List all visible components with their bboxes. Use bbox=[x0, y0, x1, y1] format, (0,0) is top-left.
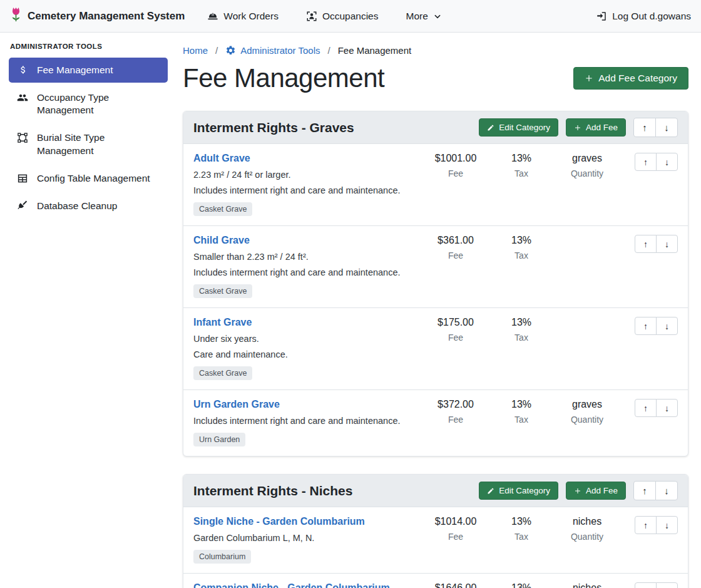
fee-tax-col: 13% Tax bbox=[490, 153, 553, 178]
fee-amount-col: $372.00 Fee bbox=[421, 399, 490, 425]
fee-quantity-col: niches Quantity bbox=[553, 516, 622, 542]
move-fee-up-button[interactable]: ↑ bbox=[635, 582, 657, 588]
fee-row: Adult Grave 2.23 m² / 24 ft² or larger.I… bbox=[183, 144, 688, 226]
fee-name-link[interactable]: Urn Garden Grave bbox=[193, 399, 280, 410]
fee-amount-col: $1001.00 Fee bbox=[421, 153, 490, 178]
category-reorder-group: ↑ ↓ bbox=[633, 481, 678, 500]
plus-icon bbox=[585, 74, 593, 83]
fee-tax-col: 13% Tax bbox=[490, 582, 553, 588]
move-fee-down-button[interactable]: ↓ bbox=[656, 399, 678, 417]
fee-amount-label: Fee bbox=[421, 532, 490, 542]
plus-icon bbox=[574, 487, 581, 495]
fee-tax: 13% bbox=[490, 235, 553, 246]
fee-quantity: graves bbox=[553, 153, 622, 164]
breadcrumb: Home / Administrator Tools / Fee Managem… bbox=[183, 45, 688, 56]
arrow-up-icon: ↑ bbox=[643, 403, 648, 413]
fee-name-link[interactable]: Companion Niche - Garden Columbarium bbox=[193, 582, 390, 588]
move-fee-down-button[interactable]: ↓ bbox=[656, 235, 678, 253]
add-fee-category-button[interactable]: Add Fee Category bbox=[573, 67, 688, 90]
fee-amount-col: $175.00 Fee bbox=[421, 317, 490, 343]
fee-tag: Urn Garden bbox=[193, 433, 245, 446]
fee-row: Companion Niche - Garden Columbarium Gar… bbox=[183, 574, 688, 588]
nav-occupancies[interactable]: Occupancies bbox=[306, 11, 379, 22]
sidebar-item-fee-management[interactable]: Fee Management bbox=[9, 58, 168, 83]
fee-name-link[interactable]: Child Grave bbox=[193, 235, 250, 246]
app-brand[interactable]: Cemetery Management System bbox=[10, 6, 185, 26]
move-fee-up-button[interactable]: ↑ bbox=[635, 235, 657, 253]
nav-more[interactable]: More bbox=[406, 11, 442, 22]
edit-category-button[interactable]: Edit Category bbox=[479, 118, 558, 137]
fee-name-link[interactable]: Adult Grave bbox=[193, 153, 250, 164]
breadcrumb-home-link[interactable]: Home bbox=[183, 45, 208, 56]
breadcrumb-admin-tools-link[interactable]: Administrator Tools bbox=[225, 45, 320, 56]
fee-quantity: niches bbox=[553, 516, 622, 527]
move-fee-down-button[interactable]: ↓ bbox=[656, 516, 678, 534]
sidebar-item-config-table-management[interactable]: Config Table Management bbox=[9, 166, 168, 191]
edit-category-button[interactable]: Edit Category bbox=[479, 482, 558, 500]
arrow-up-icon: ↑ bbox=[643, 157, 648, 167]
fee-descriptions: Under six years.Care and maintenance. bbox=[193, 334, 421, 359]
fee-amount: $1001.00 bbox=[421, 153, 490, 164]
sidebar-item-occupancy-type-management[interactable]: Occupancy Type Management bbox=[9, 85, 168, 123]
fee-amount: $175.00 bbox=[421, 317, 490, 328]
plus-icon bbox=[574, 124, 581, 132]
fee-tax-label: Tax bbox=[490, 415, 553, 425]
admin-sidebar: ADMINISTRATOR TOOLS Fee ManagementOccupa… bbox=[0, 33, 175, 234]
arrow-up-icon: ↑ bbox=[643, 239, 648, 249]
fee-quantity: niches bbox=[553, 582, 622, 588]
fee-info: Companion Niche - Garden Columbarium Gar… bbox=[193, 582, 421, 588]
hard-hat-icon bbox=[207, 11, 218, 22]
add-fee-button[interactable]: Add Fee bbox=[566, 118, 626, 137]
fee-description: Includes interment right and care and ma… bbox=[193, 185, 421, 195]
fee-amount: $372.00 bbox=[421, 399, 490, 410]
add-fee-button[interactable]: Add Fee bbox=[566, 482, 626, 500]
gear-icon bbox=[225, 45, 236, 56]
page-title: Fee Management bbox=[183, 63, 384, 93]
fee-tax: 13% bbox=[490, 399, 553, 410]
fee-reorder-group: ↑ ↓ bbox=[635, 153, 678, 171]
move-category-up-button[interactable]: ↑ bbox=[633, 118, 656, 137]
fee-row: Infant Grave Under six years.Care and ma… bbox=[183, 308, 688, 390]
fee-reorder-group: ↑ ↓ bbox=[635, 235, 678, 253]
logout-link[interactable]: Log Out d.gowans bbox=[596, 11, 691, 22]
category-reorder-group: ↑ ↓ bbox=[633, 118, 678, 137]
fee-name-link[interactable]: Infant Grave bbox=[193, 317, 252, 328]
sidebar-item-burial-site-type-management[interactable]: Burial Site Type Management bbox=[9, 125, 168, 163]
move-fee-up-button[interactable]: ↑ bbox=[635, 399, 657, 417]
move-fee-up-button[interactable]: ↑ bbox=[635, 317, 657, 335]
fee-description: Includes interment right and care and ma… bbox=[193, 267, 421, 277]
fee-amount: $361.00 bbox=[421, 235, 490, 246]
main-nav: Work Orders Occupancies More bbox=[207, 11, 442, 22]
fee-amount-col: $361.00 Fee bbox=[421, 235, 490, 260]
fee-amount-col: $1646.00 Fee bbox=[421, 582, 490, 588]
fee-description: 2.23 m² / 24 ft² or larger. bbox=[193, 170, 421, 180]
fee-amount-col: $1014.00 Fee bbox=[421, 516, 490, 542]
sidebar-item-label: Database Cleanup bbox=[37, 200, 117, 212]
table-icon bbox=[16, 173, 29, 184]
breadcrumb-separator: / bbox=[215, 45, 218, 56]
move-fee-down-button[interactable]: ↓ bbox=[656, 317, 678, 335]
fee-tag: Casket Grave bbox=[193, 366, 252, 380]
move-fee-down-button[interactable]: ↓ bbox=[656, 582, 678, 588]
sidebar-item-database-cleanup[interactable]: Database Cleanup bbox=[9, 193, 168, 219]
fee-info: Infant Grave Under six years.Care and ma… bbox=[193, 317, 421, 380]
fee-tax: 13% bbox=[490, 516, 553, 527]
fee-quantity-col: graves Quantity bbox=[553, 153, 622, 178]
nav-occupancies-label: Occupancies bbox=[322, 11, 379, 22]
fee-name-link[interactable]: Single Niche - Garden Columbarium bbox=[193, 516, 365, 527]
arrow-up-icon: ↑ bbox=[643, 520, 648, 530]
pencil-icon bbox=[487, 487, 494, 495]
sidebar-items: Fee ManagementOccupancy Type ManagementB… bbox=[9, 58, 168, 219]
move-category-up-button[interactable]: ↑ bbox=[633, 481, 656, 500]
move-category-down-button[interactable]: ↓ bbox=[655, 481, 678, 500]
move-fee-up-button[interactable]: ↑ bbox=[635, 153, 657, 171]
plot-frame-icon bbox=[16, 132, 29, 143]
move-category-down-button[interactable]: ↓ bbox=[655, 118, 678, 137]
breadcrumb-current: Fee Management bbox=[338, 45, 412, 56]
person-frame-icon bbox=[306, 11, 317, 22]
nav-work-orders[interactable]: Work Orders bbox=[207, 11, 279, 22]
move-fee-up-button[interactable]: ↑ bbox=[635, 516, 657, 534]
fee-description: Smaller than 2.23 m² / 24 ft². bbox=[193, 252, 421, 262]
fee-quantity-col: graves Quantity bbox=[553, 399, 622, 425]
move-fee-down-button[interactable]: ↓ bbox=[656, 153, 678, 171]
